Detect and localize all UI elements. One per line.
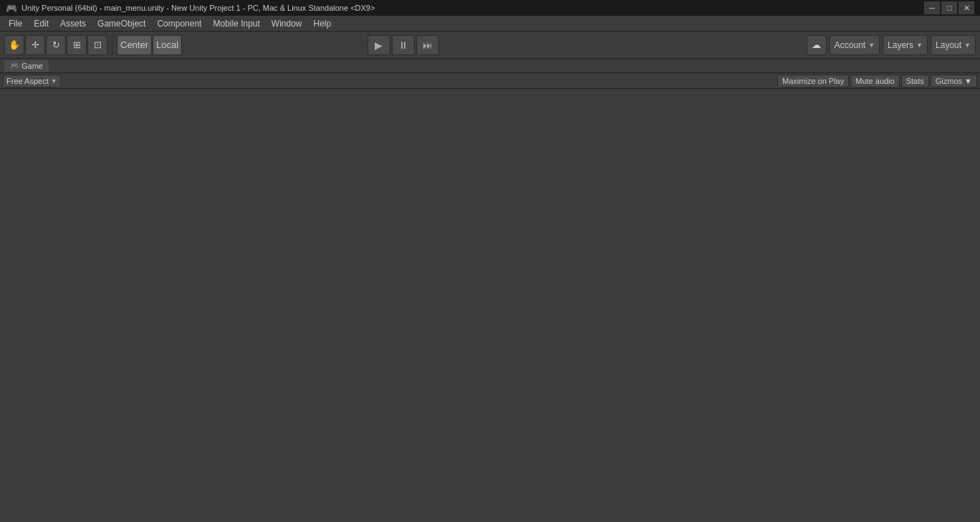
game-tab-label: Game: [21, 62, 43, 70]
menu-bar: File Edit Assets GameObject Component Mo…: [0, 16, 980, 32]
gizmos-button[interactable]: Gizmos ▼: [931, 75, 977, 87]
transform-tools: ✋ ✛ ↻ ⊞ ⊡: [4, 35, 107, 55]
mute-audio-button[interactable]: Mute audio: [850, 75, 899, 87]
menu-component[interactable]: Component: [151, 17, 207, 30]
unity-icon: 🎮: [6, 3, 17, 14]
pivot-tools: Center Local: [117, 35, 182, 55]
menu-assets[interactable]: Assets: [54, 17, 92, 30]
layout-dropdown[interactable]: Layout ▼: [931, 35, 976, 55]
account-dropdown-arrow: ▼: [868, 42, 875, 49]
layers-dropdown-arrow: ▼: [916, 42, 923, 49]
main-content: 🎮 Game Free Aspect ▼ Maximize on Play Mu…: [0, 59, 980, 522]
aspect-label: Free Aspect: [6, 77, 49, 85]
account-dropdown[interactable]: Account ▼: [830, 35, 880, 55]
menu-mobile-input[interactable]: Mobile Input: [207, 17, 265, 30]
menu-edit[interactable]: Edit: [28, 17, 54, 30]
menu-gameobject[interactable]: GameObject: [92, 17, 151, 30]
hand-tool-button[interactable]: ✋: [4, 35, 24, 55]
game-toolbar: Free Aspect ▼ Maximize on Play Mute audi…: [0, 73, 980, 89]
aspect-dropdown[interactable]: Free Aspect ▼: [3, 75, 61, 87]
move-tool-button[interactable]: ✛: [25, 35, 45, 55]
play-controls: ▶ ⏸ ⏭: [368, 35, 439, 55]
step-button[interactable]: ⏭: [416, 35, 439, 55]
layers-dropdown[interactable]: Layers ▼: [883, 35, 928, 55]
menu-file[interactable]: File: [3, 17, 28, 30]
menu-window[interactable]: Window: [266, 17, 308, 30]
maximize-button[interactable]: □: [941, 1, 957, 14]
rect-tool-button[interactable]: ⊡: [87, 35, 107, 55]
minimize-button[interactable]: ─: [924, 1, 940, 14]
aspect-arrow: ▼: [51, 77, 57, 85]
game-right-buttons: Maximize on Play Mute audio Stats Gizmos…: [777, 75, 977, 87]
game-tab-icon: 🎮: [10, 62, 19, 70]
play-button[interactable]: ▶: [368, 35, 390, 55]
layout-label: Layout: [936, 40, 961, 50]
game-panel: 🎮 Game Free Aspect ▼ Maximize on Play Mu…: [0, 59, 980, 522]
account-label: Account: [835, 40, 865, 50]
layout-dropdown-arrow: ▼: [964, 42, 971, 49]
title-bar: 🎮 Unity Personal (64bit) - main_menu.uni…: [0, 0, 980, 16]
window-controls: ─ □ ✕: [924, 1, 974, 14]
menu-help[interactable]: Help: [308, 17, 337, 30]
local-button[interactable]: Local: [153, 35, 182, 55]
rotate-tool-button[interactable]: ↻: [46, 35, 66, 55]
pause-button[interactable]: ⏸: [392, 35, 415, 55]
center-button[interactable]: Center: [117, 35, 152, 55]
title-text: Unity Personal (64bit) - main_menu.unity…: [21, 4, 924, 12]
maximize-on-play-button[interactable]: Maximize on Play: [777, 75, 849, 87]
game-tab[interactable]: 🎮 Game: [4, 60, 49, 72]
scale-tool-button[interactable]: ⊞: [67, 35, 87, 55]
close-button[interactable]: ✕: [959, 1, 974, 14]
toolbar: ✋ ✛ ↻ ⊞ ⊡ Center Local ▶ ⏸ ⏭ ☁ Account ▼…: [0, 32, 980, 59]
right-toolbar: ☁ Account ▼ Layers ▼ Layout ▼: [807, 35, 976, 55]
cloud-button[interactable]: ☁: [807, 35, 827, 55]
stats-button[interactable]: Stats: [901, 75, 929, 87]
layers-label: Layers: [888, 40, 913, 50]
game-panel-header: 🎮 Game: [0, 59, 980, 73]
separator-1: [112, 35, 112, 55]
game-view-container: Plane Area Start Close: [0, 89, 980, 522]
